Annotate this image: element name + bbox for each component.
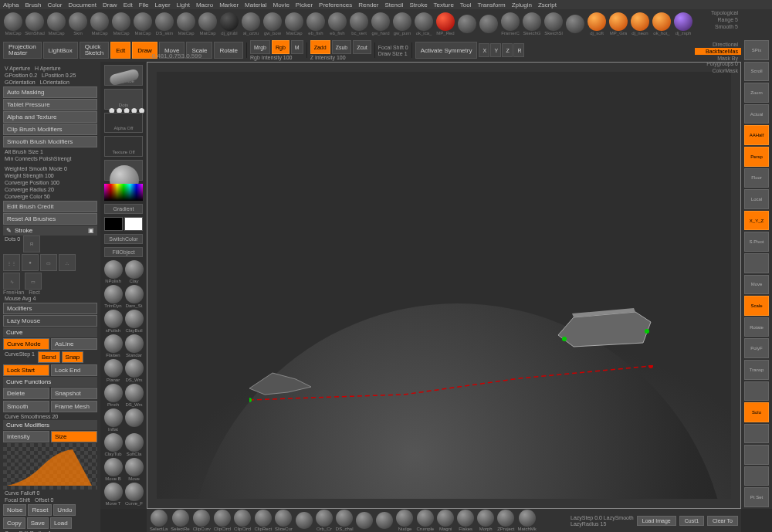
smooth-slider[interactable]: Smooth 5	[695, 23, 741, 30]
mouse-avg-slider[interactable]: Mouse Avg 4	[3, 295, 97, 302]
matcap-swatch[interactable]	[25, 12, 44, 31]
menu-item[interactable]: Texture	[434, 2, 454, 8]
snapshot-button[interactable]: Snapshot	[51, 388, 97, 399]
brush-ball[interactable]	[104, 285, 123, 303]
matcap-swatch[interactable]	[350, 12, 368, 31]
secondary-color-swatch[interactable]	[124, 217, 143, 231]
bottom-brush[interactable]	[437, 510, 454, 527]
menu-item[interactable]: Preferences	[319, 2, 352, 8]
brush-ball[interactable]	[125, 285, 144, 303]
bottom-brush[interactable]	[356, 512, 373, 529]
matcap-swatch[interactable]	[566, 15, 584, 33]
menu-item[interactable]: Material	[245, 2, 266, 8]
z-intensity-slider[interactable]: Z Intensity 100	[310, 55, 371, 60]
bottom-brush[interactable]	[396, 510, 413, 527]
menu-item[interactable]: Transform	[478, 2, 506, 8]
curve-falloff-slider[interactable]: Curve Falloff 0	[3, 490, 97, 496]
bottom-brush[interactable]	[336, 510, 353, 527]
rect-icon[interactable]: ▭	[25, 273, 42, 290]
right-shelf-button-floor[interactable]: Floor	[744, 168, 769, 188]
stroke-dragrec-icon[interactable]: ▭	[40, 254, 57, 271]
menu-item[interactable]: Edt	[124, 2, 133, 8]
snap-button[interactable]: Snap	[62, 351, 84, 363]
main-color-swatch[interactable]	[104, 217, 123, 231]
gorientation-slider[interactable]: GOrientation	[3, 79, 37, 86]
matcap-swatch[interactable]	[436, 12, 455, 31]
stroke-thumb-dots[interactable]: Dots●●●●●	[104, 89, 143, 110]
activate-symmetry-button[interactable]: Activate Symmetry	[415, 42, 478, 59]
sym-r-button[interactable]: R	[513, 43, 524, 57]
right-shelf-button-[interactable]	[744, 381, 769, 402]
brush-ball[interactable]	[104, 334, 123, 353]
right-shelf-button-[interactable]	[744, 424, 769, 444]
matcap-swatch[interactable]	[328, 12, 347, 31]
menu-item[interactable]: Document	[69, 2, 96, 8]
bottom-brush[interactable]	[234, 510, 251, 527]
bottom-brush[interactable]	[296, 512, 313, 529]
bottom-brush[interactable]	[477, 510, 494, 527]
right-shelf-button-scroll[interactable]: Scroll	[744, 62, 769, 82]
converge-position-slider[interactable]: Converge Position 100	[3, 179, 97, 186]
delete-button[interactable]: Delete	[3, 388, 49, 399]
topological-button[interactable]: Topological	[695, 9, 741, 16]
brush-ball[interactable]	[125, 310, 144, 328]
copy-button[interactable]: Copy	[3, 517, 25, 529]
matcap-swatch[interactable]	[69, 12, 87, 31]
matcap-swatch[interactable]	[134, 12, 152, 31]
matcap-swatch[interactable]	[220, 12, 239, 31]
brush-ball[interactable]	[125, 433, 144, 452]
curve-step-slider[interactable]: CurveStep 1	[3, 351, 36, 364]
matcap-swatch[interactable]	[285, 12, 303, 31]
matcap-swatch[interactable]	[4, 12, 22, 31]
alpha-texture-section[interactable]: Alpha and Texture	[3, 111, 97, 123]
matcap-swatch[interactable]	[652, 12, 671, 31]
bottom-brush[interactable]	[214, 510, 231, 527]
bottom-brush[interactable]	[151, 510, 168, 527]
matcap-swatch[interactable]	[306, 12, 325, 31]
brush-ball[interactable]	[125, 408, 144, 427]
right-shelf-button-s.pivot[interactable]: S.Pivot	[744, 232, 769, 252]
menu-item[interactable]: Light	[177, 2, 190, 8]
right-shelf-button-scale[interactable]: Scale	[744, 296, 769, 316]
stroke-header[interactable]: ✎Stroke▣	[3, 225, 97, 236]
load-button[interactable]: Load	[50, 517, 72, 529]
auto-masking-section[interactable]: Auto Masking	[3, 86, 97, 98]
brush-ball[interactable]	[125, 359, 144, 378]
right-shelf-button-spix[interactable]: SPix	[744, 40, 769, 60]
menu-item[interactable]: Marker	[219, 2, 239, 8]
right-shelf-button-move[interactable]: Move	[744, 275, 769, 295]
m-button[interactable]: M	[291, 40, 303, 54]
material-thumb[interactable]: gw_pewter	[104, 160, 143, 181]
right-shelf-button-local[interactable]: Local	[744, 189, 769, 209]
right-shelf-button-rotate[interactable]: Rotate	[744, 317, 769, 337]
gradient-button[interactable]: Gradient	[104, 204, 143, 214]
matcap-swatch[interactable]	[393, 12, 411, 31]
reset-all-brushes-button[interactable]: Reset All Brushes	[3, 213, 97, 225]
zsub-button[interactable]: Zsub	[332, 40, 352, 54]
bend-button[interactable]: Bend	[38, 351, 60, 363]
directional-button[interactable]: Directional	[695, 41, 741, 48]
matcap-swatch[interactable]	[155, 12, 174, 31]
draw-size-slider[interactable]: Draw Size 1	[378, 51, 408, 56]
menu-item[interactable]: Stroke	[409, 2, 427, 8]
menu-item[interactable]: Layer	[155, 2, 171, 8]
h-aperture-slider[interactable]: H Aperture	[33, 65, 62, 72]
mrgb-button[interactable]: Mrgb	[250, 40, 270, 54]
clear-to-button[interactable]: Clear To	[707, 516, 738, 526]
rgb-button[interactable]: Rgb	[272, 40, 290, 54]
smooth-button[interactable]: Smooth	[3, 401, 49, 412]
freehand-icon[interactable]: ∿	[3, 273, 20, 290]
undo-button[interactable]: Undo	[53, 504, 76, 516]
min-connects-slider[interactable]: Min Connects PolishStrengt	[3, 155, 97, 162]
alt-brush-size-slider[interactable]: Alt Brush Size 1	[3, 148, 97, 155]
weighted-smooth-slider[interactable]: Weighted Smooth Mode 0	[3, 165, 97, 172]
modifiers-button[interactable]: Modifiers	[3, 303, 97, 314]
right-shelf-button-[interactable]	[744, 445, 769, 465]
brush-thumb-hair[interactable]: Hair_Tube	[104, 65, 143, 86]
quicksketch-button[interactable]: Quick Sketch	[80, 42, 109, 59]
intensity-button[interactable]: Intensity	[3, 431, 49, 442]
smooth-brush-mod-section[interactable]: Smooth Brush Modifiers	[3, 136, 97, 147]
right-shelf-button-transp[interactable]: Transp	[744, 360, 769, 380]
dots-slider[interactable]: Dots 0	[3, 236, 22, 252]
menu-item[interactable]: Macro	[196, 2, 213, 8]
